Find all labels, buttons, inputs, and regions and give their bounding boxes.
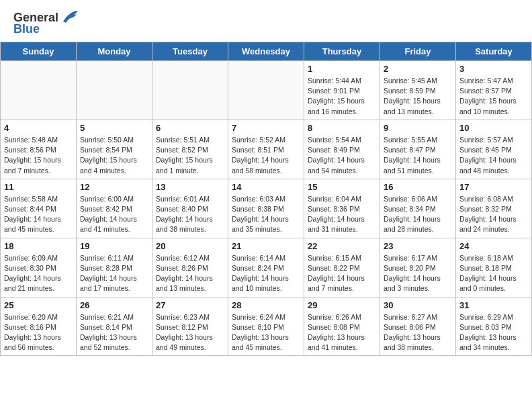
day-info: Sunrise: 6:18 AM Sunset: 8:18 PM Dayligh… <box>459 253 528 294</box>
calendar-cell: 8Sunrise: 5:54 AM Sunset: 8:49 PM Daylig… <box>304 120 380 179</box>
day-info: Sunrise: 6:17 AM Sunset: 8:20 PM Dayligh… <box>384 253 452 294</box>
page-container: General Blue SundayMondayTuesdayWednesda… <box>0 0 532 356</box>
day-number: 17 <box>459 182 528 192</box>
calendar-cell: 6Sunrise: 5:51 AM Sunset: 8:52 PM Daylig… <box>152 120 228 179</box>
day-number: 13 <box>156 182 224 192</box>
day-info: Sunrise: 6:06 AM Sunset: 8:34 PM Dayligh… <box>384 194 452 235</box>
day-info: Sunrise: 5:57 AM Sunset: 8:45 PM Dayligh… <box>459 135 528 176</box>
calendar-cell: 19Sunrise: 6:11 AM Sunset: 8:28 PM Dayli… <box>77 238 152 297</box>
calendar-cell: 14Sunrise: 6:03 AM Sunset: 8:38 PM Dayli… <box>228 179 304 238</box>
day-info: Sunrise: 6:20 AM Sunset: 8:16 PM Dayligh… <box>4 312 73 353</box>
calendar-cell: 29Sunrise: 6:26 AM Sunset: 8:08 PM Dayli… <box>304 297 380 356</box>
day-info: Sunrise: 5:51 AM Sunset: 8:52 PM Dayligh… <box>156 135 224 176</box>
weekday-header-wednesday: Wednesday <box>228 42 304 61</box>
day-info: Sunrise: 6:29 AM Sunset: 8:03 PM Dayligh… <box>459 312 528 353</box>
day-number: 24 <box>459 241 528 251</box>
calendar-cell: 22Sunrise: 6:15 AM Sunset: 8:22 PM Dayli… <box>304 238 380 297</box>
day-number: 15 <box>308 182 376 192</box>
day-number: 22 <box>308 241 376 251</box>
day-number: 3 <box>459 64 528 74</box>
day-info: Sunrise: 6:00 AM Sunset: 8:42 PM Dayligh… <box>80 194 148 235</box>
calendar-week-row: 4Sunrise: 5:48 AM Sunset: 8:56 PM Daylig… <box>1 120 532 179</box>
day-number: 4 <box>4 123 73 133</box>
day-info: Sunrise: 6:09 AM Sunset: 8:30 PM Dayligh… <box>4 253 73 294</box>
day-info: Sunrise: 6:21 AM Sunset: 8:14 PM Dayligh… <box>80 312 148 353</box>
calendar-cell <box>228 61 304 120</box>
day-info: Sunrise: 5:45 AM Sunset: 8:59 PM Dayligh… <box>384 76 452 117</box>
day-number: 30 <box>384 300 452 310</box>
day-info: Sunrise: 5:52 AM Sunset: 8:51 PM Dayligh… <box>232 135 300 176</box>
calendar-cell: 4Sunrise: 5:48 AM Sunset: 8:56 PM Daylig… <box>1 120 77 179</box>
calendar-cell: 18Sunrise: 6:09 AM Sunset: 8:30 PM Dayli… <box>1 238 77 297</box>
day-info: Sunrise: 5:54 AM Sunset: 8:49 PM Dayligh… <box>308 135 376 176</box>
calendar-cell: 30Sunrise: 6:27 AM Sunset: 8:06 PM Dayli… <box>380 297 456 356</box>
calendar-cell: 2Sunrise: 5:45 AM Sunset: 8:59 PM Daylig… <box>380 61 456 120</box>
day-number: 18 <box>4 241 73 251</box>
day-number: 9 <box>384 123 452 133</box>
day-number: 19 <box>80 241 148 251</box>
calendar-cell: 11Sunrise: 5:58 AM Sunset: 8:44 PM Dayli… <box>1 179 77 238</box>
calendar-cell: 3Sunrise: 5:47 AM Sunset: 8:57 PM Daylig… <box>456 61 532 120</box>
day-number: 6 <box>156 123 224 133</box>
calendar-cell: 21Sunrise: 6:14 AM Sunset: 8:24 PM Dayli… <box>228 238 304 297</box>
day-number: 21 <box>232 241 300 251</box>
weekday-header-monday: Monday <box>77 42 152 61</box>
day-info: Sunrise: 6:14 AM Sunset: 8:24 PM Dayligh… <box>232 253 300 294</box>
calendar-cell: 28Sunrise: 6:24 AM Sunset: 8:10 PM Dayli… <box>228 297 304 356</box>
calendar-cell: 16Sunrise: 6:06 AM Sunset: 8:34 PM Dayli… <box>380 179 456 238</box>
day-info: Sunrise: 5:55 AM Sunset: 8:47 PM Dayligh… <box>384 135 452 176</box>
day-info: Sunrise: 6:23 AM Sunset: 8:12 PM Dayligh… <box>156 312 224 353</box>
day-number: 10 <box>459 123 528 133</box>
day-info: Sunrise: 6:04 AM Sunset: 8:36 PM Dayligh… <box>308 194 376 235</box>
calendar-week-row: 18Sunrise: 6:09 AM Sunset: 8:30 PM Dayli… <box>1 238 532 297</box>
day-number: 14 <box>232 182 300 192</box>
day-number: 29 <box>308 300 376 310</box>
day-number: 27 <box>156 300 224 310</box>
calendar-table: SundayMondayTuesdayWednesdayThursdayFrid… <box>0 42 532 356</box>
weekday-header-row: SundayMondayTuesdayWednesdayThursdayFrid… <box>1 42 532 61</box>
calendar-cell: 1Sunrise: 5:44 AM Sunset: 9:01 PM Daylig… <box>304 61 380 120</box>
day-number: 31 <box>459 300 528 310</box>
weekday-header-sunday: Sunday <box>1 42 77 61</box>
day-number: 8 <box>308 123 376 133</box>
calendar-week-row: 1Sunrise: 5:44 AM Sunset: 9:01 PM Daylig… <box>1 61 532 120</box>
calendar-cell: 13Sunrise: 6:01 AM Sunset: 8:40 PM Dayli… <box>152 179 228 238</box>
calendar-cell: 24Sunrise: 6:18 AM Sunset: 8:18 PM Dayli… <box>456 238 532 297</box>
calendar-cell: 15Sunrise: 6:04 AM Sunset: 8:36 PM Dayli… <box>304 179 380 238</box>
day-info: Sunrise: 5:50 AM Sunset: 8:54 PM Dayligh… <box>80 135 148 176</box>
day-number: 11 <box>4 182 73 192</box>
calendar-cell: 12Sunrise: 6:00 AM Sunset: 8:42 PM Dayli… <box>77 179 152 238</box>
day-info: Sunrise: 5:58 AM Sunset: 8:44 PM Dayligh… <box>4 194 73 235</box>
weekday-header-thursday: Thursday <box>304 42 380 61</box>
calendar-cell: 10Sunrise: 5:57 AM Sunset: 8:45 PM Dayli… <box>456 120 532 179</box>
calendar-week-row: 25Sunrise: 6:20 AM Sunset: 8:16 PM Dayli… <box>1 297 532 356</box>
weekday-header-friday: Friday <box>380 42 456 61</box>
day-info: Sunrise: 6:24 AM Sunset: 8:10 PM Dayligh… <box>232 312 300 353</box>
calendar-cell <box>152 61 228 120</box>
logo: General Blue <box>13 11 79 36</box>
calendar-cell: 23Sunrise: 6:17 AM Sunset: 8:20 PM Dayli… <box>380 238 456 297</box>
day-info: Sunrise: 6:08 AM Sunset: 8:32 PM Dayligh… <box>459 194 528 235</box>
day-info: Sunrise: 6:11 AM Sunset: 8:28 PM Dayligh… <box>80 253 148 294</box>
calendar-cell: 17Sunrise: 6:08 AM Sunset: 8:32 PM Dayli… <box>456 179 532 238</box>
day-number: 26 <box>80 300 148 310</box>
day-info: Sunrise: 5:44 AM Sunset: 9:01 PM Dayligh… <box>308 76 376 117</box>
day-number: 25 <box>4 300 73 310</box>
day-info: Sunrise: 6:01 AM Sunset: 8:40 PM Dayligh… <box>156 194 224 235</box>
day-info: Sunrise: 6:03 AM Sunset: 8:38 PM Dayligh… <box>232 194 300 235</box>
calendar-cell: 5Sunrise: 5:50 AM Sunset: 8:54 PM Daylig… <box>77 120 152 179</box>
day-info: Sunrise: 6:15 AM Sunset: 8:22 PM Dayligh… <box>308 253 376 294</box>
day-number: 1 <box>308 64 376 74</box>
day-number: 23 <box>384 241 452 251</box>
calendar-cell: 9Sunrise: 5:55 AM Sunset: 8:47 PM Daylig… <box>380 120 456 179</box>
calendar-cell: 20Sunrise: 6:12 AM Sunset: 8:26 PM Dayli… <box>152 238 228 297</box>
calendar-cell: 7Sunrise: 5:52 AM Sunset: 8:51 PM Daylig… <box>228 120 304 179</box>
weekday-header-tuesday: Tuesday <box>152 42 228 61</box>
day-info: Sunrise: 6:27 AM Sunset: 8:06 PM Dayligh… <box>384 312 452 353</box>
day-number: 2 <box>384 64 452 74</box>
calendar-cell: 27Sunrise: 6:23 AM Sunset: 8:12 PM Dayli… <box>152 297 228 356</box>
calendar-week-row: 11Sunrise: 5:58 AM Sunset: 8:44 PM Dayli… <box>1 179 532 238</box>
logo-blue: Blue <box>13 22 40 36</box>
day-number: 7 <box>232 123 300 133</box>
calendar-cell <box>77 61 152 120</box>
